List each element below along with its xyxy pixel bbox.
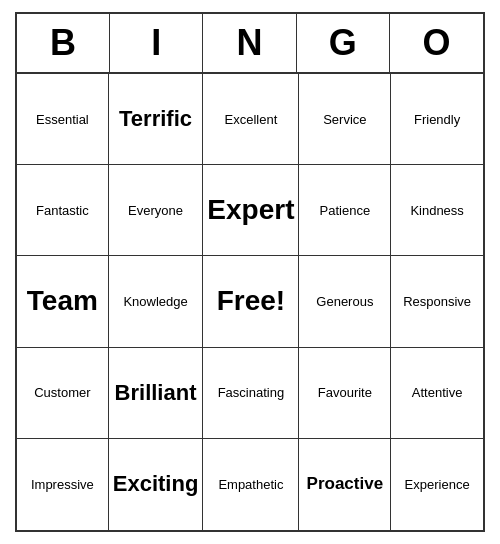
bingo-cell: Everyone xyxy=(109,165,204,256)
bingo-cell: Proactive xyxy=(299,439,391,530)
bingo-cell: Fascinating xyxy=(203,348,299,439)
bingo-cell: Empathetic xyxy=(203,439,299,530)
bingo-grid: EssentialTerrificExcellentServiceFriendl… xyxy=(17,74,483,530)
bingo-cell: Friendly xyxy=(391,74,483,165)
bingo-cell: Exciting xyxy=(109,439,204,530)
bingo-cell: Service xyxy=(299,74,391,165)
bingo-header-letter: B xyxy=(17,14,110,72)
bingo-cell: Experience xyxy=(391,439,483,530)
bingo-cell: Expert xyxy=(203,165,299,256)
bingo-cell: Favourite xyxy=(299,348,391,439)
bingo-cell: Team xyxy=(17,256,109,347)
bingo-cell: Impressive xyxy=(17,439,109,530)
bingo-cell: Brilliant xyxy=(109,348,204,439)
bingo-cell: Essential xyxy=(17,74,109,165)
bingo-header-letter: N xyxy=(203,14,296,72)
bingo-cell: Terrific xyxy=(109,74,204,165)
bingo-cell: Attentive xyxy=(391,348,483,439)
bingo-cell: Patience xyxy=(299,165,391,256)
bingo-header: BINGO xyxy=(17,14,483,74)
bingo-cell: Kindness xyxy=(391,165,483,256)
bingo-cell: Knowledge xyxy=(109,256,204,347)
bingo-cell: Responsive xyxy=(391,256,483,347)
bingo-cell: Customer xyxy=(17,348,109,439)
bingo-cell: Generous xyxy=(299,256,391,347)
bingo-card: BINGO EssentialTerrificExcellentServiceF… xyxy=(15,12,485,532)
bingo-cell: Free! xyxy=(203,256,299,347)
bingo-header-letter: O xyxy=(390,14,483,72)
bingo-header-letter: I xyxy=(110,14,203,72)
bingo-header-letter: G xyxy=(297,14,390,72)
bingo-cell: Excellent xyxy=(203,74,299,165)
bingo-cell: Fantastic xyxy=(17,165,109,256)
